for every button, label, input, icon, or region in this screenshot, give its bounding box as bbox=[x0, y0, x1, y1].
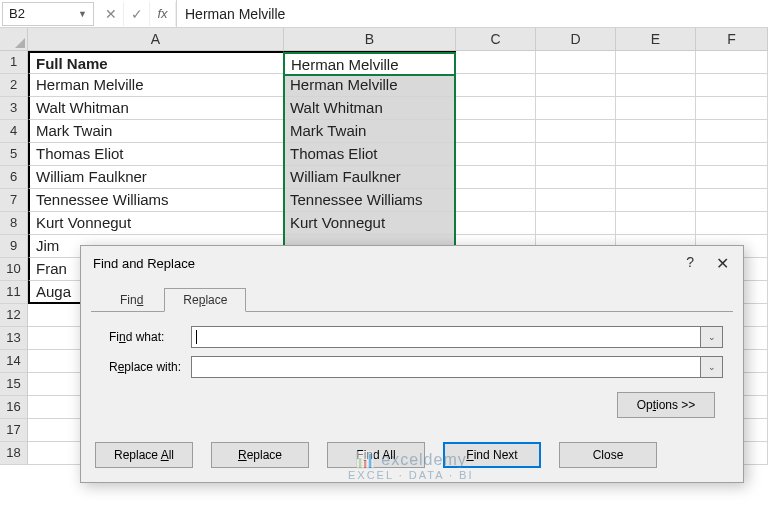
row-header[interactable]: 16 bbox=[0, 396, 28, 419]
find-what-dropdown[interactable]: ⌄ bbox=[701, 326, 723, 348]
cell[interactable] bbox=[616, 212, 696, 235]
cell[interactable]: Full Name bbox=[28, 51, 284, 74]
cell[interactable] bbox=[456, 97, 536, 120]
replace-button[interactable]: Replace bbox=[211, 442, 309, 468]
formula-input[interactable]: Herman Melville bbox=[176, 0, 768, 27]
cell[interactable]: Kurt Vonnegut bbox=[28, 212, 284, 235]
cell[interactable] bbox=[696, 189, 768, 212]
cell[interactable]: Tennessee Williams bbox=[284, 189, 456, 212]
row-header[interactable]: 2 bbox=[0, 74, 28, 97]
dialog-tabs: Find Replace bbox=[81, 279, 743, 311]
cell[interactable] bbox=[696, 120, 768, 143]
cell[interactable] bbox=[616, 189, 696, 212]
cell[interactable] bbox=[456, 166, 536, 189]
cell[interactable]: Walt Whitman bbox=[284, 97, 456, 120]
cancel-formula-icon[interactable]: ✕ bbox=[98, 2, 124, 26]
cell[interactable] bbox=[456, 120, 536, 143]
col-header[interactable]: E bbox=[616, 28, 696, 51]
cell[interactable]: Mark Twain bbox=[28, 120, 284, 143]
find-next-button[interactable]: Find Next bbox=[443, 442, 541, 468]
cell[interactable]: Kurt Vonnegut bbox=[284, 212, 456, 235]
row-header[interactable]: 8 bbox=[0, 212, 28, 235]
replace-with-input[interactable] bbox=[191, 356, 701, 378]
accept-formula-icon[interactable]: ✓ bbox=[124, 2, 150, 26]
cell[interactable] bbox=[536, 97, 616, 120]
cell[interactable] bbox=[616, 143, 696, 166]
row-header[interactable]: 6 bbox=[0, 166, 28, 189]
cell[interactable]: William Faulkner bbox=[284, 166, 456, 189]
cell[interactable] bbox=[456, 74, 536, 97]
formula-value: Herman Melville bbox=[185, 6, 285, 22]
cell[interactable] bbox=[616, 97, 696, 120]
find-all-button[interactable]: Find All bbox=[327, 442, 425, 468]
table-row: 6William FaulknerWilliam Faulkner bbox=[0, 166, 768, 189]
cell[interactable] bbox=[696, 212, 768, 235]
col-header[interactable]: F bbox=[696, 28, 768, 51]
col-header[interactable]: C bbox=[456, 28, 536, 51]
row-header[interactable]: 10 bbox=[0, 258, 28, 281]
cell[interactable]: Herman Melville bbox=[284, 74, 456, 97]
cell[interactable] bbox=[536, 166, 616, 189]
cell[interactable]: Walt Whitman bbox=[28, 97, 284, 120]
select-all-corner[interactable] bbox=[0, 28, 28, 51]
row-header[interactable]: 3 bbox=[0, 97, 28, 120]
row-header[interactable]: 17 bbox=[0, 419, 28, 442]
col-header[interactable]: B bbox=[284, 28, 456, 51]
name-box[interactable]: B2 ▼ bbox=[2, 2, 94, 26]
close-button[interactable]: Close bbox=[559, 442, 657, 468]
cell[interactable]: Tennessee Williams bbox=[28, 189, 284, 212]
col-header[interactable]: D bbox=[536, 28, 616, 51]
cell[interactable] bbox=[696, 97, 768, 120]
cell[interactable] bbox=[536, 74, 616, 97]
cell[interactable] bbox=[456, 51, 536, 74]
cell[interactable] bbox=[456, 143, 536, 166]
cell[interactable] bbox=[536, 143, 616, 166]
cell[interactable]: Thomas Eliot bbox=[284, 143, 456, 166]
replace-with-label: Replace with: bbox=[101, 360, 191, 374]
cell[interactable] bbox=[536, 51, 616, 74]
close-icon[interactable]: ✕ bbox=[712, 254, 733, 273]
row-header[interactable]: 15 bbox=[0, 373, 28, 396]
cell[interactable] bbox=[536, 120, 616, 143]
cell[interactable]: William Faulkner bbox=[28, 166, 284, 189]
row-header[interactable]: 9 bbox=[0, 235, 28, 258]
row-header[interactable]: 7 bbox=[0, 189, 28, 212]
cell[interactable] bbox=[456, 212, 536, 235]
row-header[interactable]: 1 bbox=[0, 51, 28, 74]
row-header[interactable]: 12 bbox=[0, 304, 28, 327]
cell[interactable]: Herman Melville bbox=[28, 74, 284, 97]
cell[interactable] bbox=[456, 189, 536, 212]
row-header[interactable]: 14 bbox=[0, 350, 28, 373]
cell[interactable] bbox=[696, 166, 768, 189]
row-header[interactable]: 18 bbox=[0, 442, 28, 465]
cell[interactable] bbox=[536, 212, 616, 235]
name-box-value: B2 bbox=[9, 6, 25, 21]
row-header[interactable]: 11 bbox=[0, 281, 28, 304]
cell[interactable] bbox=[616, 51, 696, 74]
col-header[interactable]: A bbox=[28, 28, 284, 51]
row-header[interactable]: 4 bbox=[0, 120, 28, 143]
fx-icon[interactable]: fx bbox=[150, 2, 176, 26]
help-icon[interactable]: ? bbox=[686, 254, 694, 273]
cell[interactable] bbox=[616, 120, 696, 143]
row-header[interactable]: 13 bbox=[0, 327, 28, 350]
replace-all-button[interactable]: Replace All bbox=[95, 442, 193, 468]
cell[interactable] bbox=[536, 189, 616, 212]
options-button[interactable]: Options >> bbox=[617, 392, 715, 418]
cell[interactable]: Thomas Eliot bbox=[28, 143, 284, 166]
cell[interactable]: Last Name bbox=[284, 51, 456, 74]
column-header-row: A B C D E F bbox=[0, 28, 768, 51]
find-what-input[interactable] bbox=[191, 326, 701, 348]
cell[interactable]: Mark Twain bbox=[284, 120, 456, 143]
cell[interactable] bbox=[696, 51, 768, 74]
cell[interactable] bbox=[696, 74, 768, 97]
tab-replace[interactable]: Replace bbox=[164, 288, 246, 312]
cell[interactable] bbox=[616, 166, 696, 189]
tab-find[interactable]: Find bbox=[101, 288, 162, 312]
cell[interactable] bbox=[696, 143, 768, 166]
cell[interactable] bbox=[616, 74, 696, 97]
row-header[interactable]: 5 bbox=[0, 143, 28, 166]
table-row: 3Walt WhitmanWalt Whitman bbox=[0, 97, 768, 120]
replace-with-dropdown[interactable]: ⌄ bbox=[701, 356, 723, 378]
dialog-titlebar[interactable]: Find and Replace ? ✕ bbox=[81, 246, 743, 279]
